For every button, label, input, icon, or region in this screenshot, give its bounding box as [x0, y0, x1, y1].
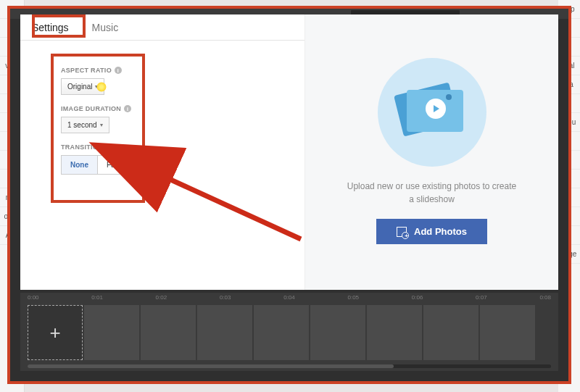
transition-label-text: TRANSITION — [61, 143, 103, 151]
timeline-slot[interactable] — [254, 305, 309, 360]
right-panel: Upload new or use existing photos to cre… — [304, 14, 558, 290]
timeline-scrollbar[interactable] — [28, 364, 551, 368]
svg-line-1 — [158, 174, 301, 239]
slideshow-illustration — [378, 58, 486, 167]
timeline-slot[interactable] — [141, 305, 196, 360]
info-icon[interactable]: i — [124, 105, 131, 112]
tab-bar: Settings Music — [20, 14, 304, 41]
timeline-tick: 0:00 — [28, 294, 39, 301]
timeline: 0:000:010:020:030:040:050:060:070:08 + — [20, 293, 558, 371]
chevron-down-icon: ▾ — [100, 122, 103, 128]
annotation-arrow-icon — [145, 159, 312, 249]
aspect-ratio-value: Original — [67, 83, 92, 91]
image-duration-dropdown[interactable]: 1 second ▾ — [61, 117, 109, 133]
info-icon[interactable]: i — [106, 143, 113, 151]
timeline-slot[interactable] — [310, 305, 365, 360]
timeline-tick: 0:07 — [476, 294, 487, 301]
upload-help-text: Upload new or use existing photos to cre… — [345, 180, 519, 206]
timeline-tick: 0:05 — [347, 294, 359, 301]
left-panel: Settings Music ASPECT RATIO i Original ▾… — [20, 14, 304, 290]
add-slide-slot[interactable]: + — [28, 305, 83, 360]
cursor-highlight-icon — [96, 82, 107, 92]
image-duration-label: IMAGE DURATION i — [61, 105, 135, 112]
add-photo-icon — [397, 227, 407, 237]
illustration-dot — [446, 94, 452, 100]
image-duration-value: 1 second — [67, 121, 97, 129]
transition-label: TRANSITION i — [61, 143, 135, 151]
timeline-slot[interactable] — [367, 305, 422, 360]
timeline-tick: 0:04 — [283, 294, 295, 301]
aspect-ratio-label-text: ASPECT RATIO — [61, 67, 112, 74]
timeline-ticks: 0:000:010:020:030:040:050:060:070:08 — [20, 293, 558, 301]
tab-music[interactable]: Music — [80, 14, 130, 41]
aspect-ratio-dropdown[interactable]: Original ▾ — [61, 78, 104, 95]
play-icon — [426, 99, 446, 119]
annotation-settings-highlight: ASPECT RATIO i Original ▾ IMAGE DURATION… — [51, 54, 145, 203]
timeline-slot[interactable] — [423, 305, 478, 360]
editor-panel: Settings Music ASPECT RATIO i Original ▾… — [20, 14, 558, 290]
transition-fade-button[interactable]: Fade — [98, 156, 132, 174]
add-photos-button[interactable]: Add Photos — [376, 219, 487, 244]
transition-none-button[interactable]: None — [62, 156, 98, 174]
info-icon[interactable]: i — [115, 67, 122, 74]
timeline-tick: 0:06 — [412, 294, 423, 301]
transition-segmented: None Fade — [61, 155, 133, 175]
timeline-tick: 0:01 — [91, 294, 103, 301]
timeline-slot[interactable] — [84, 305, 139, 360]
aspect-ratio-label: ASPECT RATIO i — [61, 67, 135, 74]
timeline-slots: + — [20, 301, 558, 360]
timeline-tick: 0:08 — [539, 294, 551, 301]
add-photos-label: Add Photos — [414, 226, 467, 237]
tab-settings[interactable]: Settings — [20, 14, 80, 41]
annotation-frame: Settings Music ASPECT RATIO i Original ▾… — [7, 6, 571, 384]
timeline-slot[interactable] — [197, 305, 252, 360]
timeline-tick: 0:02 — [156, 294, 167, 301]
timeline-slot[interactable] — [480, 305, 535, 360]
timeline-tick: 0:03 — [220, 294, 231, 301]
image-duration-label-text: IMAGE DURATION — [61, 105, 121, 112]
